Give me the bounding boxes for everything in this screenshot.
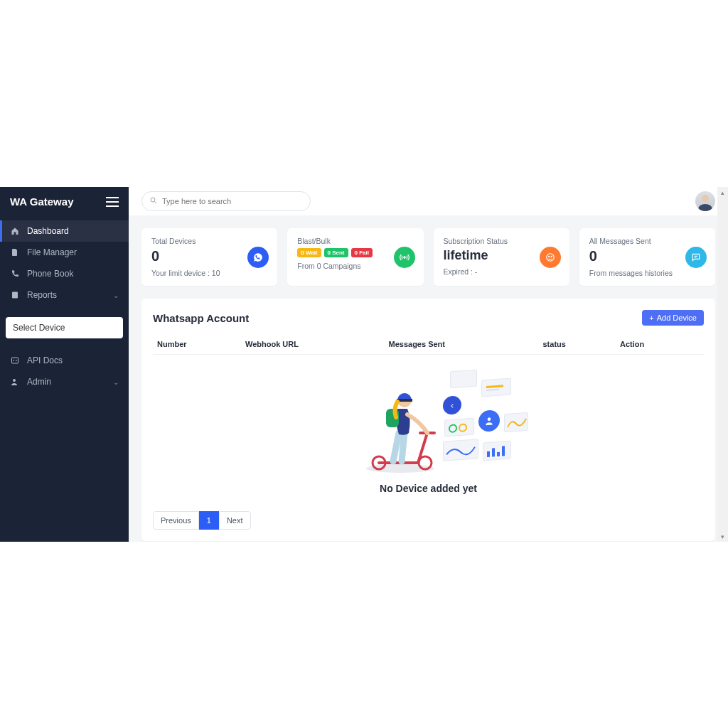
- admin-icon: [10, 377, 20, 387]
- phone-icon: [10, 269, 20, 279]
- broadcast-icon: [394, 247, 415, 268]
- sidebar-item-label: Phone Book: [27, 269, 73, 279]
- pagination-page-1[interactable]: 1: [199, 511, 219, 530]
- scrollbar[interactable]: ▴ ▾: [717, 187, 728, 542]
- report-icon: [10, 290, 20, 300]
- sidebar: WA Gateway Dashboard File Manager: [0, 187, 129, 542]
- col-status: status: [539, 334, 616, 355]
- search-icon: [149, 196, 158, 206]
- hamburger-icon[interactable]: [106, 197, 119, 207]
- sidebar-item-reports[interactable]: Reports ⌄: [0, 284, 129, 306]
- card-title: Subscription Status: [444, 237, 560, 245]
- card-sub: Your limit device : 10: [151, 269, 267, 277]
- home-icon: [10, 226, 20, 236]
- scroll-down-icon[interactable]: ▾: [717, 531, 728, 542]
- pagination-prev[interactable]: Previous: [153, 511, 199, 530]
- message-icon: [685, 247, 707, 268]
- whatsapp-account-panel: Whatsapp Account + Add Device Number Web…: [141, 299, 715, 541]
- sidebar-item-label: Dashboard: [27, 226, 69, 236]
- svg-point-5: [547, 253, 555, 261]
- file-icon: [10, 247, 20, 257]
- plus-icon: +: [649, 314, 653, 322]
- svg-point-2: [13, 379, 16, 382]
- sidebar-header: WA Gateway: [0, 187, 129, 216]
- search-input[interactable]: [162, 197, 303, 205]
- brand-title: WA Gateway: [10, 196, 73, 208]
- svg-rect-9: [486, 389, 499, 391]
- smile-icon: [540, 247, 561, 268]
- chevron-down-icon: ⌄: [113, 378, 119, 386]
- svg-point-12: [487, 417, 491, 421]
- pagination-next[interactable]: Next: [219, 511, 251, 530]
- app-shell: WA Gateway Dashboard File Manager: [0, 187, 728, 542]
- sidebar-item-api-docs[interactable]: API Docs: [0, 350, 129, 371]
- add-device-button[interactable]: + Add Device: [642, 310, 704, 326]
- svg-point-11: [459, 424, 466, 432]
- stat-cards: Total Devices 0 Your limit device : 10 B…: [141, 228, 715, 286]
- card-subscription: Subscription Status lifetime Expired : -: [434, 228, 569, 286]
- card-blast-bulk: Blast/Bulk 0 Wait 0 Sent 0 Fail From 0 C…: [287, 228, 423, 286]
- svg-point-7: [551, 256, 552, 257]
- svg-rect-8: [486, 385, 503, 388]
- card-title: Total Devices: [151, 237, 267, 245]
- sidebar-item-label: File Manager: [27, 247, 77, 257]
- sidebar-nav-2: API Docs Admin ⌄: [0, 346, 129, 397]
- col-number: Number: [153, 334, 241, 355]
- panel-header: Whatsapp Account + Add Device: [153, 310, 704, 326]
- card-title: All Messages Sent: [589, 237, 705, 245]
- sidebar-item-file-manager[interactable]: File Manager: [0, 242, 129, 263]
- pagination: Previous 1 Next: [153, 511, 704, 530]
- svg-point-10: [449, 424, 456, 432]
- select-device-dropdown[interactable]: Select Device: [6, 317, 123, 338]
- col-messages-sent: Messages Sent: [385, 334, 539, 355]
- sidebar-item-label: API Docs: [27, 355, 63, 365]
- empty-illustration: ‹: [329, 369, 528, 476]
- select-device-label: Select Device: [13, 323, 65, 333]
- sidebar-item-admin[interactable]: Admin ⌄: [0, 371, 129, 392]
- person-scooter-icon: [358, 378, 443, 473]
- panel-title: Whatsapp Account: [153, 312, 249, 324]
- scroll-up-icon[interactable]: ▴: [717, 187, 728, 198]
- sidebar-item-label: Admin: [27, 377, 51, 387]
- svg-rect-0: [12, 292, 18, 299]
- sidebar-nav: Dashboard File Manager Phone Book Report…: [0, 216, 129, 310]
- search-box[interactable]: [141, 191, 311, 211]
- devices-table: Number Webhook URL Messages Sent status …: [153, 334, 704, 355]
- main-area: Total Devices 0 Your limit device : 10 B…: [129, 187, 728, 542]
- badge-wait: 0 Wait: [297, 248, 321, 257]
- empty-text: No Device added yet: [153, 483, 704, 494]
- svg-point-3: [151, 198, 155, 202]
- sidebar-item-dashboard[interactable]: Dashboard: [0, 220, 129, 242]
- user-avatar[interactable]: [695, 191, 715, 211]
- svg-point-6: [548, 256, 549, 257]
- col-webhook: Webhook URL: [241, 334, 385, 355]
- card-total-devices: Total Devices 0 Your limit device : 10: [141, 228, 277, 286]
- whatsapp-icon: [247, 247, 269, 268]
- badge-fail: 0 Fail: [351, 248, 373, 257]
- sidebar-item-phone-book[interactable]: Phone Book: [0, 263, 129, 284]
- badge-sent: 0 Sent: [324, 248, 348, 257]
- code-icon: [10, 355, 20, 365]
- card-sub: Expired : -: [444, 267, 560, 276]
- card-sub: From messages histories: [589, 269, 705, 277]
- content: Total Devices 0 Your limit device : 10 B…: [129, 215, 728, 542]
- svg-point-4: [403, 256, 405, 257]
- card-all-messages: All Messages Sent 0 From messages histor…: [579, 228, 715, 286]
- svg-rect-16: [502, 446, 505, 456]
- add-device-label: Add Device: [657, 314, 697, 322]
- card-title: Blast/Bulk: [297, 237, 413, 245]
- svg-rect-14: [492, 448, 495, 456]
- chevron-down-icon: ⌄: [113, 291, 119, 299]
- sidebar-item-label: Reports: [27, 290, 57, 300]
- col-action: Action: [616, 334, 704, 355]
- svg-rect-13: [487, 451, 490, 457]
- empty-state: ‹: [153, 355, 704, 501]
- svg-rect-15: [497, 452, 500, 456]
- topbar: [129, 187, 728, 215]
